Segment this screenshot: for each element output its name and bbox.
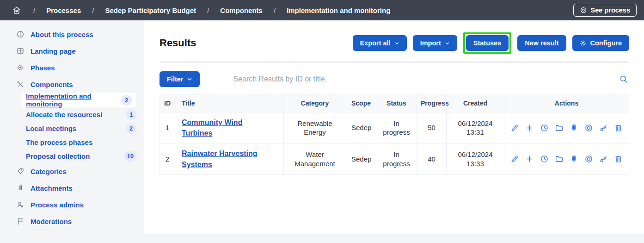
sidebar-subitem-process-phases[interactable]: The process phases	[26, 135, 136, 149]
components-subnav: Implementation and monitoring 2 Allocate…	[0, 93, 144, 163]
cell-scope: Sedep	[346, 112, 376, 143]
result-title-link[interactable]: Rainwater Harvesting Systems	[182, 148, 270, 169]
delete-icon[interactable]	[614, 124, 623, 132]
preview-icon[interactable]	[584, 124, 593, 132]
tools-icon	[16, 80, 25, 88]
permissions-icon[interactable]	[599, 155, 608, 163]
sidebar-item-label: Process admins	[31, 201, 84, 209]
header-progress: Progress	[417, 94, 447, 112]
delete-icon[interactable]	[614, 155, 623, 163]
history-icon[interactable]	[540, 124, 549, 132]
result-title-link[interactable]: Community Wind Turbines	[182, 117, 270, 138]
page-title: Results	[159, 37, 196, 49]
breadcrumb-process-name[interactable]: Sedep Participatory Budget	[105, 6, 196, 14]
target-icon	[580, 6, 587, 14]
preview-icon[interactable]	[584, 155, 593, 163]
folder-icon[interactable]	[555, 124, 564, 132]
sidebar-subitem-label: Local meetings	[26, 125, 76, 132]
history-icon[interactable]	[540, 155, 549, 163]
user-gear-icon	[16, 200, 25, 209]
edit-icon[interactable]	[510, 155, 519, 163]
cell-category: Renewable Energy	[284, 112, 346, 143]
breadcrumb-components[interactable]: Components	[220, 6, 263, 14]
chevron-down-icon	[445, 41, 450, 46]
attachment-icon[interactable]	[570, 124, 578, 132]
filter-button[interactable]: Filter	[159, 71, 200, 87]
permissions-icon[interactable]	[599, 124, 608, 132]
sidebar: About this process Landing page Phases	[0, 20, 144, 234]
sidebar-subitem-proposal-collection[interactable]: Proposal collection 10	[26, 149, 136, 163]
table-header-row: ID Title Category Scope Status Progress …	[160, 94, 629, 112]
sidebar-item-phases[interactable]: Phases	[0, 59, 144, 76]
header-scope: Scope	[346, 94, 376, 112]
configure-label: Configure	[590, 39, 622, 47]
count-badge: 1	[126, 109, 136, 120]
home-breadcrumb-link[interactable]	[12, 6, 21, 15]
sidebar-subitem-local-meetings[interactable]: Local meetings 2	[26, 121, 136, 135]
sidebar-item-components[interactable]: Components	[0, 76, 144, 93]
statuses-label: Statuses	[473, 39, 501, 47]
sidebar-item-label: Categories	[31, 168, 67, 175]
search-input[interactable]	[232, 75, 618, 84]
sidebar-item-label: Landing page	[31, 47, 76, 55]
cell-progress: 40	[417, 143, 447, 174]
table-row: 2 Rainwater Harvesting Systems Water Man…	[160, 143, 629, 174]
breadcrumb: / Processes / Sedep Participatory Budget…	[12, 6, 390, 15]
sidebar-subitem-allocate-resources[interactable]: Allocate the resources! 1	[26, 107, 136, 121]
phases-icon	[16, 63, 25, 72]
cell-status: In progress	[376, 112, 417, 143]
statuses-button[interactable]: Statuses	[466, 35, 509, 51]
sidebar-subitem-label: Implementation and monitoring	[26, 92, 121, 108]
add-icon[interactable]	[525, 124, 534, 132]
tag-icon	[16, 167, 25, 175]
new-result-label: New result	[525, 39, 558, 47]
sidebar-item-process-admins[interactable]: Process admins	[0, 196, 144, 213]
header-status: Status	[376, 94, 417, 112]
export-all-button[interactable]: Export all	[353, 35, 407, 51]
cell-id: 2	[160, 143, 175, 174]
sidebar-item-about[interactable]: About this process	[0, 26, 144, 43]
add-icon[interactable]	[525, 155, 534, 163]
search-icon	[619, 75, 628, 84]
sidebar-item-label: About this process	[31, 31, 93, 38]
sidebar-item-moderations[interactable]: Moderations	[0, 213, 144, 230]
sidebar-item-landing-page[interactable]: Landing page	[0, 43, 144, 59]
breadcrumb-current-component[interactable]: Implementation and monitoring	[287, 6, 390, 14]
cell-created: 06/12/2024 13:33	[447, 143, 504, 174]
statuses-highlight-box: Statuses	[463, 32, 511, 54]
attachment-icon[interactable]	[570, 155, 578, 163]
cell-scope: Sedep	[346, 143, 376, 174]
sidebar-subitem-implementation-monitoring[interactable]: Implementation and monitoring 2	[21, 93, 136, 107]
toolbar: Export all Import Statuses	[353, 32, 629, 54]
see-process-label: See process	[591, 6, 630, 14]
folder-icon[interactable]	[555, 155, 564, 163]
see-process-button[interactable]: See process	[573, 4, 637, 17]
cell-progress: 50	[417, 112, 447, 143]
sidebar-item-categories[interactable]: Categories	[0, 163, 144, 180]
count-badge: 10	[124, 151, 136, 162]
new-result-button[interactable]: New result	[517, 35, 566, 51]
results-table: ID Title Category Scope Status Progress …	[159, 94, 629, 175]
sidebar-item-label: Components	[31, 81, 73, 88]
search-button[interactable]	[618, 75, 629, 84]
cell-created: 06/12/2024 13:31	[447, 112, 504, 143]
cell-id: 1	[160, 112, 175, 143]
configure-button[interactable]: Configure	[572, 35, 629, 51]
cell-actions	[504, 112, 629, 143]
import-button[interactable]: Import	[413, 35, 457, 51]
main-content: Results Export all Import Statuses	[144, 20, 644, 234]
edit-icon[interactable]	[510, 124, 519, 132]
breadcrumb-processes[interactable]: Processes	[46, 6, 81, 14]
table-row: 1 Community Wind Turbines Renewable Ener…	[160, 112, 629, 143]
breadcrumb-separator: /	[33, 6, 35, 14]
layout-icon	[16, 47, 25, 55]
breadcrumb-separator: /	[92, 6, 94, 14]
chevron-down-icon	[187, 76, 192, 82]
sidebar-item-label: Attachments	[31, 184, 73, 192]
header-actions: Actions	[504, 94, 629, 112]
sidebar-item-attachments[interactable]: Attachments	[0, 180, 144, 196]
cell-status: In progress	[376, 143, 417, 174]
count-badge: 2	[121, 95, 132, 106]
sidebar-subitem-label: The process phases	[26, 138, 92, 146]
header-id: ID	[160, 94, 175, 112]
